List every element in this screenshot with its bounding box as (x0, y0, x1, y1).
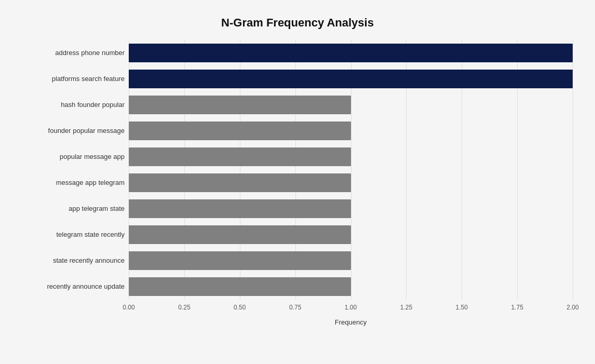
x-tick: 0.50 (234, 304, 246, 311)
bar-platforms-search-feature (129, 70, 573, 88)
x-tick: 1.00 (345, 304, 357, 311)
bar-row (129, 276, 573, 298)
y-label: telegram state recently (22, 222, 125, 248)
x-axis-label: Frequency (129, 318, 573, 326)
y-label: platforms search feature (22, 66, 125, 92)
bar-state-recently-announce (129, 251, 351, 270)
grid-and-bars: address phone numberplatforms search fea… (22, 40, 573, 300)
x-tick: 1.50 (456, 304, 468, 311)
bar-address-phone-number (129, 44, 573, 62)
y-label: recently announce update (22, 274, 125, 300)
y-label: popular message app (22, 144, 125, 170)
chart-title: N-Gram Frequency Analysis (22, 16, 573, 30)
bar-row (129, 172, 573, 194)
y-label: address phone number (22, 40, 125, 66)
bar-founder-popular-message (129, 122, 351, 140)
chart-container: N-Gram Frequency Analysis address phone … (12, 6, 583, 359)
bar-app-telegram-state (129, 199, 351, 218)
y-label: message app telegram (22, 170, 125, 196)
bar-row (129, 198, 573, 220)
bar-telegram-state-recently (129, 225, 351, 244)
x-tick: 0.00 (123, 304, 134, 311)
x-tick: 1.75 (511, 304, 523, 311)
bar-row (129, 42, 573, 64)
y-label: hash founder popular (22, 92, 125, 118)
bars-section (129, 40, 573, 300)
bar-row (129, 146, 573, 168)
bar-popular-message-app (129, 147, 351, 166)
chart-area: address phone numberplatforms search fea… (22, 40, 573, 310)
bar-row (129, 68, 573, 90)
bar-row (129, 94, 573, 116)
y-label: state recently announce (22, 248, 125, 274)
grid-line (573, 40, 573, 300)
y-labels: address phone numberplatforms search fea… (22, 40, 129, 300)
x-tick: 0.75 (289, 304, 301, 311)
bar-row (129, 224, 573, 246)
x-tick: 0.25 (178, 304, 190, 311)
bar-recently-announce-update (129, 277, 351, 296)
bar-message-app-telegram (129, 173, 351, 192)
bar-row (129, 250, 573, 272)
y-label: app telegram state (22, 196, 125, 222)
bar-hash-founder-popular (129, 96, 351, 114)
x-tick: 1.25 (400, 304, 412, 311)
y-label: founder popular message (22, 118, 125, 144)
x-tick: 2.00 (566, 304, 578, 311)
bar-row (129, 120, 573, 142)
